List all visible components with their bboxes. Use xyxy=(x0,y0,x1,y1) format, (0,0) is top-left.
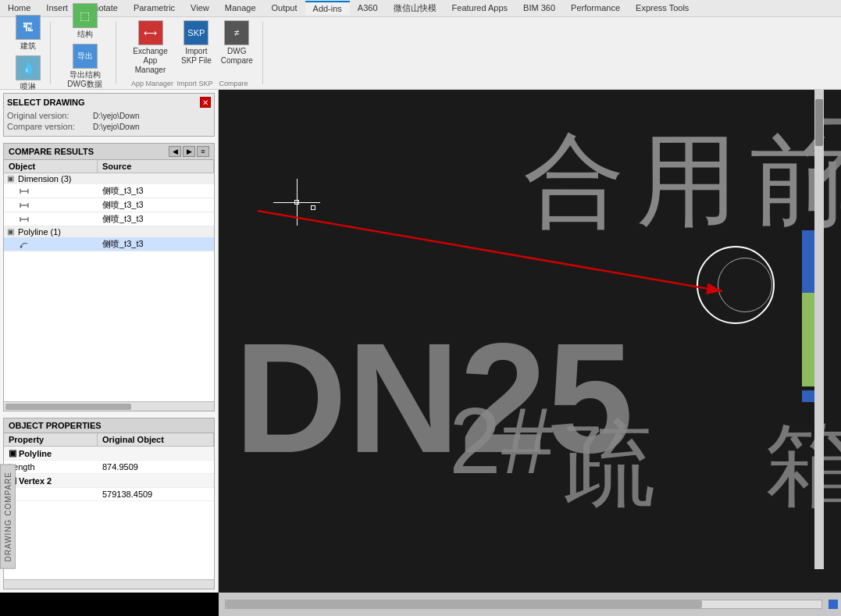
ribbon-group-1: 🏗 建筑 💧 喷淋 xyxy=(6,22,51,84)
prop-y-name: Y xyxy=(4,488,98,501)
btn-spray[interactable]: 💧 喷淋 xyxy=(12,54,44,93)
prop-length-name: Length xyxy=(4,461,98,474)
prop-group-polyline: ▣ Polyline xyxy=(4,447,214,461)
list-item[interactable]: Y 579138.4509 xyxy=(4,488,214,501)
panel-next-button[interactable]: ▶ xyxy=(183,146,195,157)
target-circle-outer xyxy=(697,246,775,324)
select-drawing-panel: SELECT DRAWING ✕ Original version: D:\ye… xyxy=(3,93,215,137)
building-icon: 🏗 xyxy=(16,15,41,40)
obj-props-hscroll[interactable] xyxy=(4,579,214,589)
export-structure-icon: 导出 xyxy=(73,44,98,69)
expand-polyline-icon: ▣ xyxy=(7,227,16,237)
tab-bim360[interactable]: BIM 360 xyxy=(515,2,563,14)
canvas-char-qian: 前 xyxy=(750,113,841,251)
col-original-obj: Original Object xyxy=(98,433,214,446)
tab-manage[interactable]: Manage xyxy=(217,2,264,14)
dim-row-2-object xyxy=(4,198,98,212)
canvas-vertical-scrollbar[interactable] xyxy=(814,90,824,569)
bottom-scrollbar[interactable] xyxy=(219,593,841,616)
tab-output[interactable]: Output xyxy=(264,2,305,14)
btn-compare-label: DWGCompare xyxy=(221,47,253,66)
ribbon-content: 🏗 建筑 💧 喷淋 ⬚ 结构 导出 导出结构DWG数据 结构翻模 xyxy=(0,17,841,89)
dwg-compare-icon: ≠ xyxy=(224,20,249,45)
tab-express[interactable]: Express Tools xyxy=(628,2,697,14)
prop-group-polyline-label: Polyline xyxy=(19,449,52,458)
ribbon-group-2: ⬚ 结构 导出 导出结构DWG数据 结构翻模 xyxy=(54,22,116,84)
close-button[interactable]: ✕ xyxy=(200,97,211,108)
canvas-char-xiang: 箱 xyxy=(765,402,841,529)
compare-version-label: Compare version: xyxy=(7,122,93,131)
canvas-char-he: 合 xyxy=(523,113,625,251)
compare-results-title: COMPARE RESULTS xyxy=(9,147,94,156)
crosshair-horizontal xyxy=(273,202,320,203)
btn-export-structure[interactable]: 导出 导出结构DWG数据 xyxy=(60,42,109,91)
list-item[interactable]: Length 874.9509 xyxy=(4,461,214,474)
compare-results-header: COMPARE RESULTS ◀ ▶ ≡ xyxy=(4,144,214,160)
btn-structure[interactable]: ⬚ 结构 xyxy=(69,2,101,41)
canvas-char-yong: 用 xyxy=(636,113,738,251)
table-row[interactable]: 侧喷_t3_t3 xyxy=(4,198,214,212)
panel-prev-button[interactable]: ◀ xyxy=(169,146,181,157)
tab-view[interactable]: View xyxy=(183,2,217,14)
table-row[interactable]: 侧喷_t3_t3 xyxy=(4,212,214,226)
ribbon-group-3: ⟷ ExchangeApp Manager SKP ImportSKP File… xyxy=(119,22,263,84)
dim-icon-2 xyxy=(20,201,29,210)
prop-length-value: 874.9509 xyxy=(98,461,214,474)
obj-props-body[interactable]: ▣ Polyline Length 874.9509 ▣ Vertex 2 Y … xyxy=(4,447,214,579)
obj-props-header: OBJECT PROPERTIES xyxy=(4,418,214,433)
structure-icon: ⬚ xyxy=(73,3,98,28)
bottom-scroll-thumb[interactable] xyxy=(226,600,702,608)
dim-row-3-object xyxy=(4,212,98,226)
canvas-vscroll-thumb[interactable] xyxy=(815,99,823,146)
btn-building[interactable]: 🏗 建筑 xyxy=(12,13,44,52)
table-row[interactable]: 侧喷_t3_t3 xyxy=(4,237,214,251)
drawing-compare-tab[interactable]: DRAWING COMPARE xyxy=(0,465,16,569)
group-dimension[interactable]: ▣ Dimension (3) xyxy=(4,173,214,184)
tab-parametric[interactable]: Parametric xyxy=(126,2,183,14)
compare-results-hscroll[interactable] xyxy=(4,401,214,411)
btn-exchange-label: ExchangeApp Manager xyxy=(129,47,172,75)
dim-row-2-source: 侧喷_t3_t3 xyxy=(98,198,214,212)
obj-props-title: OBJECT PROPERTIES xyxy=(9,421,102,430)
compare-results-table-header: Object Source xyxy=(4,160,214,173)
poly-row-1-source: 侧喷_t3_t3 xyxy=(98,237,214,251)
tab-wechat[interactable]: 微信山快模 xyxy=(386,1,444,16)
tab-performance[interactable]: Performance xyxy=(563,2,628,14)
col-property: Property xyxy=(4,433,98,446)
panel-menu-button[interactable]: ≡ xyxy=(197,146,209,157)
btn-exchange[interactable]: ⟷ ExchangeApp Manager xyxy=(126,19,175,77)
tab-addins[interactable]: Add-ins xyxy=(305,1,350,15)
ribbon: Home Insert Annotate Parametric View Man… xyxy=(0,0,841,90)
col-object: Object xyxy=(4,160,98,173)
prop-y-value: 579138.4509 xyxy=(98,488,214,501)
dim-icon-1 xyxy=(20,187,29,196)
tab-a360[interactable]: A360 xyxy=(350,2,386,14)
group-polyline-label: Polyline (1) xyxy=(18,227,61,237)
main-canvas[interactable]: 合 用 前 石 DN25 2# 疏 箱 xyxy=(219,90,841,593)
compare-version-value: D:\yejo\Down xyxy=(93,123,139,131)
panel-nav-buttons: ◀ ▶ ≡ xyxy=(169,146,209,157)
group-dimension-label: Dimension (3) xyxy=(18,174,71,183)
compare-results-hscroll-thumb[interactable] xyxy=(5,404,131,410)
original-version-row: Original version: D:\yejo\Down xyxy=(7,111,211,120)
prop-group-vertex2-label: Vertex 2 xyxy=(19,476,52,486)
scroll-right-indicator xyxy=(829,600,838,609)
canvas-char-shu: 疏 xyxy=(562,402,656,529)
table-row[interactable]: 侧喷_t3_t3 xyxy=(4,184,214,198)
tab-featured[interactable]: Featured Apps xyxy=(444,2,516,14)
crosshair-square xyxy=(311,205,315,210)
dim-icon-3 xyxy=(20,215,29,224)
poly-row-1-object xyxy=(4,237,98,251)
canvas-text-2hash: 2# xyxy=(449,386,553,494)
dim-row-1-object xyxy=(4,184,98,198)
bottom-scroll-track[interactable] xyxy=(225,600,822,609)
compare-results-body[interactable]: ▣ Dimension (3) 侧喷_t3_t3 侧喷_t3_t3 xyxy=(4,173,214,401)
compare-results-panel: COMPARE RESULTS ◀ ▶ ≡ Object Source ▣ Di… xyxy=(3,143,215,411)
import-skp-sub-label: Import SKP xyxy=(176,80,212,87)
obj-props-table-header: Property Original Object xyxy=(4,433,214,447)
btn-dwg-compare[interactable]: ≠ DWGCompare xyxy=(218,19,256,67)
group-polyline[interactable]: ▣ Polyline (1) xyxy=(4,226,214,237)
comparison-arrow xyxy=(219,90,841,593)
prop-group-polyline-expand: ▣ xyxy=(9,448,16,458)
btn-import-skp[interactable]: SKP ImportSKP File xyxy=(178,19,215,67)
